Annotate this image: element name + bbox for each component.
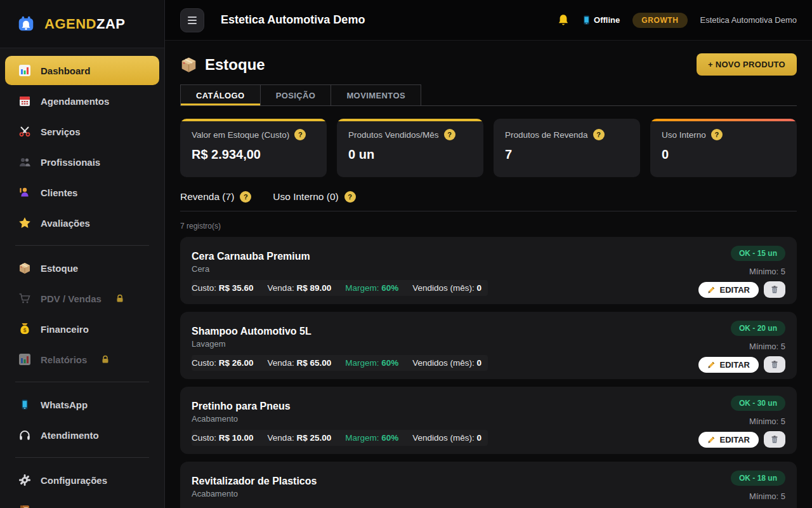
filter-uso-interno[interactable]: Uso Interno (0) ? xyxy=(273,191,355,203)
product-card: Cera Carnauba Premium Cera Custo: R$ 35.… xyxy=(180,237,797,304)
product-category: Acabamento xyxy=(192,489,785,498)
stat-label: Produtos de Revenda xyxy=(505,130,588,140)
person-raising-hand-icon xyxy=(18,186,32,199)
edit-button[interactable]: EDITAR xyxy=(698,282,759,298)
sidebar-toggle-button[interactable] xyxy=(180,8,204,32)
page-content: Estoque + NOVO PRODUTO CATÁLOGO POSIÇÃO … xyxy=(165,41,812,508)
sidebar-item-clientes[interactable]: Clientes xyxy=(5,178,159,207)
trash-icon xyxy=(770,285,779,294)
filter-label: Revenda (7) xyxy=(180,191,234,203)
edit-button[interactable]: EDITAR xyxy=(698,357,759,373)
product-margin: Margem: 60% xyxy=(345,358,398,368)
product-name: Cera Carnauba Premium xyxy=(192,251,785,262)
stat-card-valor-estoque: Valor em Estoque (Custo) ? R$ 2.934,00 xyxy=(180,119,327,177)
star-icon xyxy=(18,217,32,229)
stat-label: Produtos Vendidos/Mês xyxy=(348,130,439,140)
tab-movimentos[interactable]: MOVIMENTOS xyxy=(331,84,421,105)
pencil-icon xyxy=(707,436,716,444)
product-sale: Venda: R$ 25.00 xyxy=(268,433,332,443)
sidebar-item-whatsapp[interactable]: WhatsApp xyxy=(5,390,159,419)
gear-icon xyxy=(18,474,32,486)
page-title-text: Estoque xyxy=(205,56,265,74)
tab-catalogo[interactable]: CATÁLOGO xyxy=(180,84,261,105)
help-icon[interactable]: ? xyxy=(294,129,306,140)
stat-value: 0 xyxy=(662,147,785,162)
delete-button[interactable] xyxy=(764,281,785,298)
product-metrics: Custo: R$ 35.60 Venda: R$ 89.00 Margem: … xyxy=(192,280,488,296)
product-card: Shampoo Automotivo 5L Lavagem Custo: R$ … xyxy=(180,312,797,379)
sidebar-item-financeiro[interactable]: $ Financeiro xyxy=(5,314,159,344)
new-product-button[interactable]: + NOVO PRODUTO xyxy=(697,53,797,76)
tab-bar: CATÁLOGO POSIÇÃO MOVIMENTOS xyxy=(180,84,797,106)
product-cost: Custo: R$ 10.00 xyxy=(192,433,254,443)
product-metrics: Custo: R$ 26.00 Venda: R$ 65.00 Margem: … xyxy=(192,355,488,371)
stat-label: Uso Interno xyxy=(662,130,706,140)
topbar: Estetica Automotiva Demo Offline GROWTH … xyxy=(165,0,812,41)
product-metrics: Custo: R$ 10.00 Venda: R$ 25.00 Margem: … xyxy=(192,430,488,446)
help-icon[interactable]: ? xyxy=(711,129,723,140)
trash-icon xyxy=(770,360,779,369)
delete-button[interactable] xyxy=(764,431,785,448)
people-icon xyxy=(18,156,32,168)
minimum-stock-label: Mínimo: 5 xyxy=(749,417,785,426)
brand-name-gold: AGEND xyxy=(44,16,96,32)
product-category: Cera xyxy=(192,264,785,274)
brand-name: AGENDZAP xyxy=(44,16,125,32)
lock-icon xyxy=(115,294,124,303)
filter-label: Uso Interno (0) xyxy=(273,191,338,203)
stat-value: R$ 2.934,00 xyxy=(192,147,315,162)
page-title: Estoque xyxy=(180,56,265,74)
edit-button[interactable]: EDITAR xyxy=(698,432,759,448)
sidebar-item-dashboard[interactable]: Dashboard xyxy=(5,56,159,85)
bar-chart-icon xyxy=(18,64,32,77)
delete-button[interactable] xyxy=(764,356,785,373)
records-count: 7 registro(s) xyxy=(180,222,797,231)
sidebar-item-configuracoes[interactable]: Configurações xyxy=(5,465,159,495)
sidebar-item-servicos[interactable]: Serviços xyxy=(5,117,159,146)
filter-revenda[interactable]: Revenda (7) ? xyxy=(180,191,251,203)
help-icon[interactable]: ? xyxy=(593,129,605,140)
help-icon[interactable]: ? xyxy=(240,191,251,203)
trash-icon xyxy=(770,435,779,444)
topbar-right: Offline GROWTH Estetica Automotiva Demo xyxy=(556,13,797,28)
stat-accent xyxy=(337,119,483,121)
stat-accent xyxy=(180,119,327,121)
connection-status: Offline xyxy=(583,15,620,25)
book-icon xyxy=(18,504,32,508)
phone-icon xyxy=(18,399,32,410)
sidebar-item-partial[interactable] xyxy=(5,496,159,508)
minimum-stock-label: Mínimo: 5 xyxy=(749,267,785,276)
plan-badge: GROWTH xyxy=(632,13,687,28)
sidebar-item-label: Configurações xyxy=(41,475,107,486)
product-category: Lavagem xyxy=(192,339,785,349)
sidebar-item-atendimento[interactable]: Atendimento xyxy=(5,420,159,450)
sidebar-item-avaliacoes[interactable]: Avaliações xyxy=(5,208,159,237)
sidebar-divider xyxy=(15,245,149,246)
package-icon xyxy=(180,56,197,73)
tab-posicao[interactable]: POSIÇÃO xyxy=(261,84,332,105)
sidebar-divider xyxy=(15,457,149,458)
sidebar-item-relatorios[interactable]: Relatórios xyxy=(5,345,159,374)
help-icon[interactable]: ? xyxy=(344,191,356,203)
product-sale: Venda: R$ 89.00 xyxy=(268,283,332,293)
sidebar-item-estoque[interactable]: Estoque xyxy=(5,253,159,283)
divider xyxy=(180,211,797,211)
sidebar-item-label: Serviços xyxy=(41,126,81,137)
product-sold: Vendidos (mês): 0 xyxy=(412,358,481,368)
sidebar-item-profissionais[interactable]: Profissionais xyxy=(5,147,159,177)
page-title-row: Estoque + NOVO PRODUTO xyxy=(180,53,797,76)
sidebar-menu: Dashboard Agendamentos Serviços Profissi… xyxy=(0,48,164,508)
money-bag-icon: $ xyxy=(18,323,32,335)
stock-status-badge: OK - 15 un xyxy=(731,246,785,261)
stats-grid: Valor em Estoque (Custo) ? R$ 2.934,00 P… xyxy=(180,119,797,177)
product-card: Revitalizador de Plasticos Acabamento OK… xyxy=(180,462,797,508)
help-icon[interactable]: ? xyxy=(444,129,455,140)
product-list: Cera Carnauba Premium Cera Custo: R$ 35.… xyxy=(180,237,797,508)
product-margin: Margem: 60% xyxy=(345,433,398,443)
sidebar-item-agendamentos[interactable]: Agendamentos xyxy=(5,86,159,116)
product-name: Revitalizador de Plasticos xyxy=(192,476,785,487)
sidebar-item-label: Profissionais xyxy=(41,157,100,168)
bell-icon[interactable] xyxy=(556,13,570,27)
sidebar-item-pdv-vendas[interactable]: PDV / Vendas xyxy=(5,284,159,313)
product-cost: Custo: R$ 26.00 xyxy=(192,358,254,368)
